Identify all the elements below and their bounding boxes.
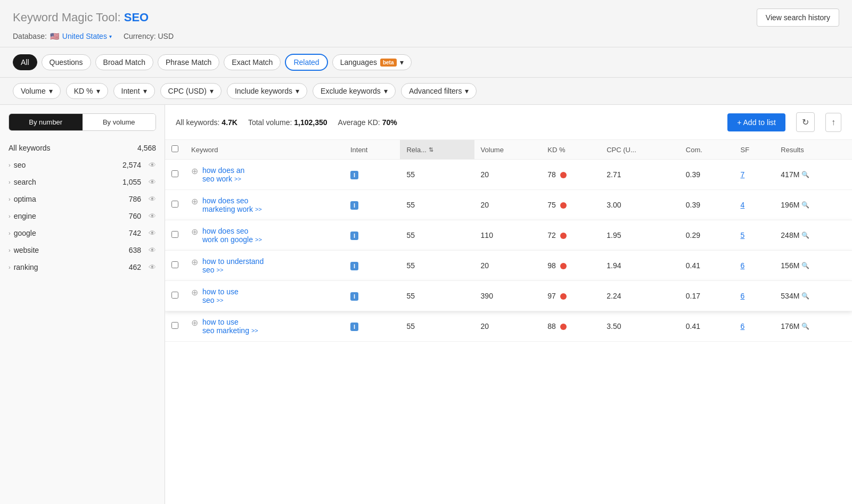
keyword-link-cont[interactable]: seo marketing >>: [202, 326, 258, 335]
add-keyword-icon[interactable]: ⊕: [191, 196, 198, 206]
cpc-cell: 1.95: [600, 220, 679, 251]
include-keywords-filter[interactable]: Include keywords ▾: [227, 83, 307, 99]
exclude-keywords-filter[interactable]: Exclude keywords ▾: [313, 83, 396, 99]
advanced-filters[interactable]: Advanced filters ▾: [401, 83, 477, 99]
keyword-link[interactable]: how does seo: [202, 227, 248, 235]
toggle-by-number[interactable]: By number: [9, 114, 83, 130]
add-to-list-button[interactable]: + Add to list: [727, 113, 785, 131]
keyword-link-cont[interactable]: seo >>: [202, 296, 223, 304]
tab-questions[interactable]: Questions: [42, 54, 91, 70]
visibility-icon[interactable]: 👁: [149, 161, 156, 169]
sf-link[interactable]: 6: [741, 322, 745, 331]
row-checkbox[interactable]: [171, 201, 178, 208]
col-cpc[interactable]: CPC (U...: [600, 140, 679, 160]
export-button[interactable]: ↑: [825, 113, 841, 132]
chevron-down-icon: ▾: [49, 87, 53, 95]
visibility-icon[interactable]: 👁: [149, 229, 156, 237]
tab-exact-match[interactable]: Exact Match: [224, 54, 281, 70]
kd-cell: 88: [541, 311, 600, 342]
visibility-icon[interactable]: 👁: [149, 178, 156, 186]
intent-cell: I: [344, 220, 400, 251]
sf-link[interactable]: 7: [741, 170, 745, 179]
volume-filter[interactable]: Volume ▾: [13, 83, 61, 99]
kd-filter[interactable]: KD % ▾: [66, 83, 108, 99]
sidebar-count: 462: [129, 263, 141, 271]
tab-languages[interactable]: Languages beta ▾: [332, 54, 412, 70]
row-checkbox[interactable]: [171, 231, 178, 238]
sf-link[interactable]: 6: [741, 292, 745, 300]
tab-related[interactable]: Related: [285, 54, 327, 71]
col-results[interactable]: Results: [774, 140, 852, 160]
sf-link[interactable]: 4: [741, 201, 745, 209]
visibility-icon[interactable]: 👁: [149, 212, 156, 220]
add-keyword-icon[interactable]: ⊕: [191, 318, 198, 328]
select-all-checkbox[interactable]: [171, 145, 178, 152]
intent-badge: I: [350, 232, 358, 240]
sidebar-word: ranking: [14, 263, 126, 271]
sidebar-item[interactable]: › search 1,055 👁: [0, 173, 165, 191]
col-kd[interactable]: KD %: [541, 140, 600, 160]
results-cell: 176M 🔍: [774, 311, 852, 342]
add-keyword-icon[interactable]: ⊕: [191, 166, 198, 176]
sf-link[interactable]: 5: [741, 231, 745, 239]
keyword-link-cont[interactable]: seo >>: [202, 266, 223, 274]
sidebar-item[interactable]: › engine 760 👁: [0, 208, 165, 225]
keyword-link-cont[interactable]: work on google >>: [202, 235, 262, 244]
sidebar-item[interactable]: › ranking 462 👁: [0, 259, 165, 276]
tab-all[interactable]: All: [13, 54, 37, 70]
camera-icon[interactable]: 🔍: [801, 201, 809, 209]
col-sf[interactable]: SF: [734, 140, 775, 160]
keyword-link[interactable]: how to understand: [202, 257, 264, 266]
camera-icon[interactable]: 🔍: [801, 323, 809, 330]
keyword-link[interactable]: how does seo: [202, 196, 248, 205]
visibility-icon[interactable]: 👁: [149, 246, 156, 254]
sidebar-item[interactable]: › website 638 👁: [0, 242, 165, 259]
visibility-icon[interactable]: 👁: [149, 195, 156, 203]
sidebar-count: 760: [129, 212, 141, 220]
database-selector[interactable]: United States ▾: [62, 32, 112, 40]
add-keyword-icon[interactable]: ⊕: [191, 257, 198, 267]
sidebar-word: engine: [14, 212, 126, 220]
intent-filter[interactable]: Intent ▾: [113, 83, 155, 99]
sidebar-item[interactable]: › optima 786 👁: [0, 191, 165, 208]
add-keyword-icon[interactable]: ⊕: [191, 227, 198, 237]
col-related[interactable]: Rela... ⇅: [400, 140, 474, 160]
tab-broad-match[interactable]: Broad Match: [95, 54, 153, 70]
related-cell: 55: [400, 281, 474, 311]
keyword-link[interactable]: how does an: [202, 166, 244, 175]
chevron-right-icon: ›: [9, 196, 11, 202]
sidebar-count: 742: [129, 229, 141, 237]
sidebar-item[interactable]: › seo 2,574 👁: [0, 156, 165, 173]
sidebar-item[interactable]: › google 742 👁: [0, 225, 165, 242]
volume-cell: 20: [474, 251, 542, 281]
toggle-by-volume[interactable]: By volume: [83, 114, 156, 130]
sf-link[interactable]: 6: [741, 261, 745, 270]
col-volume[interactable]: Volume: [474, 140, 542, 160]
row-checkbox[interactable]: [171, 261, 178, 268]
camera-icon[interactable]: 🔍: [801, 171, 809, 178]
camera-icon[interactable]: 🔍: [801, 292, 809, 300]
kd-indicator: [560, 293, 567, 300]
keyword-link[interactable]: how to use: [202, 318, 239, 326]
keyword-link-cont[interactable]: seo work >>: [202, 175, 241, 183]
kd-cell: 78: [541, 160, 600, 190]
tab-phrase-match[interactable]: Phrase Match: [158, 54, 219, 70]
cpc-filter[interactable]: CPC (USD) ▾: [160, 83, 222, 99]
row-checkbox[interactable]: [171, 292, 178, 299]
keyword-link-cont[interactable]: marketing work >>: [202, 205, 262, 213]
visibility-icon[interactable]: 👁: [149, 263, 156, 271]
refresh-button[interactable]: ↻: [796, 112, 815, 132]
volume-cell: 20: [474, 160, 542, 190]
row-checkbox[interactable]: [171, 170, 178, 177]
com-cell: 0.41: [679, 311, 734, 342]
row-checkbox[interactable]: [171, 322, 178, 329]
view-history-button[interactable]: View search history: [757, 9, 839, 27]
add-keyword-icon[interactable]: ⊕: [191, 287, 198, 298]
camera-icon[interactable]: 🔍: [801, 262, 809, 269]
chevron-down-icon: ▾: [384, 87, 388, 95]
keyword-link[interactable]: how to use: [202, 287, 239, 296]
camera-icon[interactable]: 🔍: [801, 232, 809, 239]
avg-kd-stat: Average KD: 70%: [338, 118, 397, 127]
col-com[interactable]: Com.: [679, 140, 734, 160]
keyword-cell: ⊕ how does seo marketing work >>: [185, 190, 344, 220]
